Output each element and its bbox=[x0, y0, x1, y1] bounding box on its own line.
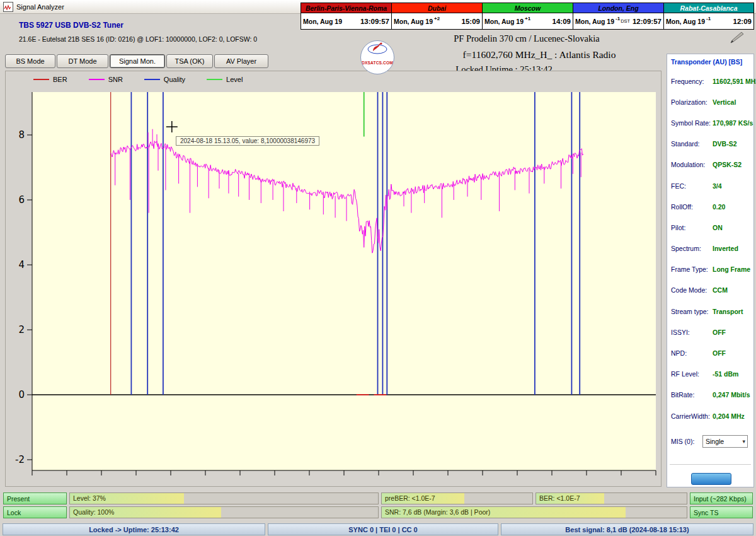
transponder-row-label: CarrierWidth: bbox=[671, 412, 713, 420]
mis-value: Single bbox=[706, 438, 724, 445]
tab-bar: BS ModeDT ModeSignal Mon.TSA (OK)AV Play… bbox=[5, 54, 268, 68]
legend-label: SNR bbox=[108, 76, 123, 83]
transponder-row-value: -51 dBm bbox=[713, 370, 738, 378]
chart-tooltip: 2024-08-18 15.13.05, value: 8,1000003814… bbox=[176, 136, 319, 146]
clock-times: Mon, Aug 1913:09:57Mon, Aug 19+215:09Mon… bbox=[301, 13, 754, 30]
transponder-row-value: Long Frame bbox=[713, 265, 750, 273]
clock-time-value: 15:09 bbox=[462, 18, 480, 25]
transponder-row-label: RF Level: bbox=[671, 370, 713, 378]
transponder-row: Standard:DVB-S2 bbox=[671, 134, 752, 154]
clock-time-value: 14:09 bbox=[553, 18, 571, 25]
status-bar-label: BER: <1.0E-7 bbox=[536, 493, 580, 504]
status-bar-label: Quality: 100% bbox=[70, 507, 114, 518]
transponder-row-value: 3/4 bbox=[713, 182, 722, 190]
status-flag: Input (~282 Kbps) bbox=[690, 492, 753, 504]
mis-dropdown[interactable]: Single ▾ bbox=[702, 435, 748, 448]
clock-datetime: Mon, Aug 19-1DST12:09:57 bbox=[573, 13, 663, 30]
tab-dt-mode[interactable]: DT Mode bbox=[57, 54, 108, 68]
status-bar: Quality: 100% bbox=[69, 506, 379, 518]
svg-text:-2: -2 bbox=[15, 454, 25, 465]
svg-text:4: 4 bbox=[18, 259, 25, 271]
satellite-dish-icon bbox=[367, 41, 388, 60]
status-flag: Sync TS bbox=[690, 506, 753, 518]
transponder-row-value: CCM bbox=[713, 286, 728, 294]
legend-item: BER bbox=[33, 76, 67, 83]
tab-tsa-ok-[interactable]: TSA (OK) bbox=[166, 54, 213, 68]
clock-datetime: Mon, Aug 1913:09:57 bbox=[301, 13, 391, 30]
status-row-2: LockQuality: 100%SNR: 7,6 dB (Margin: 3,… bbox=[3, 506, 753, 518]
window-title: Signal Analyzer bbox=[16, 3, 64, 11]
transponder-row-value: 170,987 KS/s bbox=[713, 119, 753, 127]
transponder-row: Frequency:11602,591 MHz bbox=[671, 71, 752, 91]
transponder-row: Frame Type:Long Frame bbox=[671, 259, 752, 280]
tab-bs-mode[interactable]: BS Mode bbox=[5, 54, 55, 68]
logo-text: DXSATCS.COM bbox=[362, 61, 393, 65]
status-bar: Level: 37% bbox=[69, 492, 379, 504]
transponder-panel: Transponder (AU) [BS] Frequency:11602,59… bbox=[667, 54, 754, 487]
status-flag: Present bbox=[3, 492, 67, 504]
clock-utc-offset: -1 bbox=[706, 16, 711, 21]
legend-label: Level bbox=[226, 76, 243, 83]
transponder-row-value: Transport bbox=[713, 308, 743, 315]
transponder-row-value: 0.20 bbox=[713, 203, 725, 211]
edit-pencil-icon bbox=[730, 32, 746, 47]
chart-canvas[interactable]: 86420-2 bbox=[6, 71, 662, 487]
transponder-row-label: NPD: bbox=[671, 349, 713, 357]
transponder-row-value: OFF bbox=[713, 349, 726, 357]
clock-time-value: 13:09:57 bbox=[360, 18, 389, 25]
legend-label: BER bbox=[53, 76, 67, 83]
svg-text:8: 8 bbox=[18, 129, 25, 141]
transponder-row: Polarization:Vertical bbox=[671, 91, 752, 112]
transponder-row: RF Level:-51 dBm bbox=[671, 364, 752, 385]
status-bar-label: Level: 37% bbox=[70, 493, 106, 504]
transponder-row: Code Mode:CCM bbox=[671, 280, 752, 301]
clock-city: Dubai bbox=[391, 3, 482, 13]
clock-datetime: Mon, Aug 19+114:09 bbox=[482, 13, 573, 30]
clock-dst-flag: DST bbox=[621, 18, 630, 24]
transponder-row: Stream type:Transport bbox=[671, 301, 752, 322]
clock-city: Moscow bbox=[482, 3, 573, 13]
clock-utc-offset: +2 bbox=[434, 16, 440, 21]
clock-city: Berlin-Paris-Vienna-Roma bbox=[301, 3, 391, 13]
transponder-title: Transponder (AU) [BS] bbox=[671, 58, 742, 66]
transponder-row-label: Polarization: bbox=[671, 98, 713, 106]
tab-av-player[interactable]: AV Player bbox=[214, 54, 268, 68]
transponder-row-label: Standard: bbox=[671, 140, 713, 148]
transponder-action-button[interactable] bbox=[691, 473, 731, 485]
tab-signal-mon-[interactable]: Signal Mon. bbox=[110, 54, 165, 68]
transponder-row: FEC:3/4 bbox=[671, 175, 752, 196]
clock-date: Mon, Aug 19 bbox=[484, 18, 524, 25]
transponder-row-label: Symbol Rate: bbox=[671, 119, 713, 127]
transponder-row-value: ON bbox=[713, 224, 723, 231]
legend-swatch-quality bbox=[144, 79, 160, 80]
footer-bar: Locked -> Uptime: 25:13:42 SYNC 0 | TEI … bbox=[3, 523, 753, 535]
status-bar: preBER: <1.0E-7 bbox=[381, 492, 533, 504]
transponder-row-label: Stream type: bbox=[671, 308, 713, 315]
transponder-rows: Frequency:11602,591 MHzPolarization:Vert… bbox=[671, 71, 752, 426]
mis-label: MIS (0): bbox=[671, 438, 700, 445]
legend-label: Quality bbox=[164, 76, 185, 83]
transponder-row-value: 0,247 Mbit/s bbox=[713, 391, 750, 399]
transponder-row: ISSYI:OFF bbox=[671, 322, 752, 342]
transponder-row-value: DVB-S2 bbox=[713, 140, 737, 148]
transponder-row: BitRate:0,247 Mbit/s bbox=[671, 385, 752, 405]
transponder-row-value: 0,204 MHz bbox=[713, 412, 745, 420]
clock-date: Mon, Aug 19 bbox=[303, 18, 342, 25]
clock-time-value: 12:09:57 bbox=[633, 18, 662, 25]
clock-utc-offset: -1 bbox=[616, 16, 620, 21]
status-bar-label: SNR: 7,6 dB (Margin: 3,6 dB | Poor) bbox=[382, 507, 490, 518]
svg-text:0: 0 bbox=[18, 389, 25, 400]
status-flag: Lock bbox=[3, 506, 67, 518]
signal-chart[interactable]: 86420-2 BERSNRQualityLevel 2024-08-18 15… bbox=[5, 71, 662, 487]
transponder-row-label: Pilot: bbox=[671, 224, 713, 231]
status-row-1: PresentLevel: 37%preBER: <1.0E-7BER: <1.… bbox=[3, 492, 753, 504]
status-bar-label: preBER: <1.0E-7 bbox=[382, 493, 435, 504]
tuner-info: 21.6E - Eutelsat 21B SES 16 (ID: 0216) @… bbox=[19, 35, 257, 43]
clock-date: Mon, Aug 19 bbox=[666, 18, 705, 25]
legend-item: Quality bbox=[144, 76, 185, 83]
clock-city: London, Eng bbox=[573, 3, 663, 13]
transponder-row-label: Frame Type: bbox=[671, 265, 713, 273]
transponder-row-value: Vertical bbox=[713, 98, 736, 106]
clock-utc-offset: +1 bbox=[525, 16, 530, 21]
transponder-row: CarrierWidth:0,204 MHz bbox=[671, 405, 752, 426]
